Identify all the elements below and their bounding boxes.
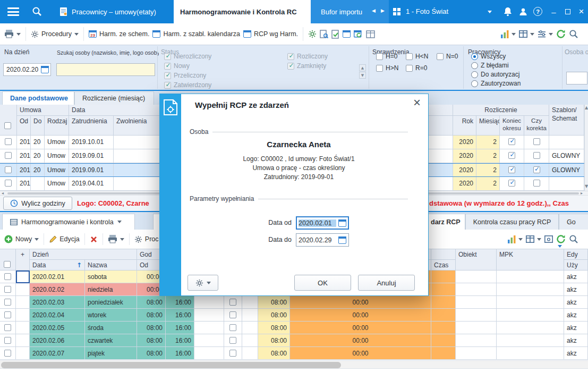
apps-grid-icon[interactable] <box>393 8 400 15</box>
wylicz-godziny-button[interactable]: Wylicz godziny <box>3 197 72 210</box>
tab-harmonogramowanie[interactable]: Harmonogramowanie i Kontrola RC <box>174 0 311 23</box>
calendar-row-workday[interactable]: 2020.02.05 środa 08:00 16:00 08:00 00:00… <box>0 322 588 334</box>
checkbox[interactable] <box>229 337 236 344</box>
layout-button[interactable] <box>526 235 541 243</box>
scrollbar-thumb[interactable] <box>1 362 341 368</box>
koniec-okresu-cell[interactable] <box>500 149 524 163</box>
vertical-scrollbar[interactable]: ▲▼ <box>584 105 588 191</box>
chart-view-button[interactable] <box>501 30 516 38</box>
bottom-scrollbar[interactable] <box>0 360 588 369</box>
row-checkbox[interactable] <box>5 138 12 145</box>
view-selector-tab[interactable]: Harmonogramowanie i kontrola <box>2 214 135 230</box>
dialog-options-button[interactable] <box>188 275 218 291</box>
row-checkbox[interactable] <box>4 273 11 280</box>
close-icon[interactable]: × <box>575 0 588 23</box>
checkbox[interactable] <box>376 65 383 72</box>
header-koniec-okresu[interactable]: Koniec okresu <box>500 116 524 136</box>
row-select-cell[interactable] <box>0 136 17 149</box>
checkbox[interactable] <box>287 53 294 60</box>
checkbox-checked[interactable] <box>508 180 515 187</box>
close-icon[interactable]: × <box>413 96 421 109</box>
nowy-button[interactable]: Nowy <box>4 235 39 243</box>
checkbox[interactable] <box>229 299 236 306</box>
row-select-cell[interactable] <box>0 283 16 296</box>
calendar-row-workday[interactable]: 2020.02.07 piątek 08:00 16:00 08:00 00:0… <box>0 347 588 360</box>
radio[interactable] <box>471 53 478 60</box>
select-all-cell[interactable] <box>0 105 17 136</box>
document-search-button[interactable] <box>320 30 328 39</box>
ok-button[interactable]: OK <box>294 275 351 291</box>
na-dzien-input[interactable]: 2020.02.20 <box>3 63 51 76</box>
header-edytowal[interactable]: Edy <box>564 249 588 260</box>
focused-cell[interactable] <box>16 270 30 283</box>
calendar-icon[interactable] <box>338 236 346 244</box>
row-checkbox[interactable] <box>4 350 11 357</box>
checkbox[interactable] <box>376 53 383 60</box>
checkbox[interactable] <box>229 324 236 331</box>
checkbox-checked[interactable] <box>533 166 540 173</box>
row-select-cell[interactable] <box>0 177 17 191</box>
header-data-sorted[interactable]: Data↑ <box>30 260 85 270</box>
checkbox-checked[interactable] <box>508 152 515 159</box>
row-select-cell[interactable] <box>0 334 16 347</box>
search-button[interactable] <box>569 29 578 39</box>
row-checkbox[interactable] <box>4 299 11 306</box>
harm-z-szabl-button[interactable]: Harm. z szabl. kalendarza <box>152 30 240 38</box>
filter-settings-button[interactable] <box>538 30 553 38</box>
checkbox[interactable] <box>164 72 171 79</box>
row-checkbox[interactable] <box>4 311 11 318</box>
status-zatwierdzony[interactable]: Zatwierdzony <box>164 81 211 89</box>
row-select-cell[interactable] <box>0 322 16 334</box>
row-checkbox[interactable] <box>4 337 11 344</box>
header-do[interactable]: Do <box>31 116 45 136</box>
tab-bufor-importu[interactable]: Bufor importu <box>314 0 372 23</box>
window-settings-button[interactable] <box>544 235 553 243</box>
maximize-icon[interactable] <box>561 0 574 23</box>
chart-view-button[interactable] <box>508 235 523 243</box>
checkbox-cell[interactable] <box>224 322 242 334</box>
osoba-obslugujaca-input[interactable] <box>566 72 587 84</box>
tab-pracownicy-umowy[interactable]: Pracownicy – umowy(etaty) <box>53 0 174 23</box>
tab-rozliczenie-miesiac[interactable]: Rozliczenie (miesiąc) <box>74 91 154 105</box>
harm-ze-schem-button[interactable]: Harm. ze schem. <box>89 30 149 38</box>
minimize-icon[interactable]: – <box>547 0 560 23</box>
header-uzytkownik[interactable]: Uży <box>564 260 588 270</box>
row-select-cell[interactable] <box>0 347 16 360</box>
data-od-input[interactable]: 2020.02.01 <box>296 216 349 230</box>
radio-zautoryzowane[interactable]: Zautoryzowan <box>471 80 521 87</box>
checkbox-cell[interactable] <box>224 309 242 322</box>
next-arrow-icon[interactable]: ▶ <box>381 8 385 13</box>
column-menu-chevron-icon[interactable] <box>558 245 562 248</box>
header-od[interactable]: Od <box>17 116 31 136</box>
calendar-row-workday[interactable]: 2020.02.04 wtorek 08:00 16:00 08:00 00:0… <box>0 309 588 322</box>
row-select-cell[interactable] <box>0 149 17 163</box>
header-expand[interactable]: + <box>16 249 30 270</box>
search-button[interactable] <box>569 234 578 244</box>
check-n0[interactable]: N=0 <box>437 53 458 60</box>
scroll-down-icon[interactable]: ▼ <box>359 72 366 79</box>
header-rodzaj[interactable]: Rodzaj <box>45 116 69 136</box>
header-obiekt[interactable]: Obiekt <box>456 249 497 270</box>
calendar-row-workday[interactable]: 2020.02.03 poniedziałek 08:00 16:00 08:0… <box>0 296 588 309</box>
header-rozliczenie[interactable]: Rozliczenie <box>453 105 549 116</box>
row-select-cell[interactable] <box>0 309 16 322</box>
refresh-button[interactable] <box>556 234 566 244</box>
user-icon[interactable] <box>519 7 527 16</box>
select-all-checkbox[interactable] <box>4 261 11 268</box>
edycja-button[interactable]: Edycja <box>49 235 80 243</box>
checkbox-checked[interactable] <box>508 138 515 145</box>
status-rozliczony[interactable]: Rozliczony <box>287 53 328 60</box>
refresh-button[interactable] <box>556 29 566 39</box>
radio-z-bledami[interactable]: Z błędami <box>471 62 509 69</box>
check-hln[interactable]: H<N <box>406 53 428 60</box>
row-checkbox[interactable] <box>5 166 12 173</box>
header-nazwa[interactable]: Nazwa <box>85 260 137 270</box>
select-all-cell[interactable] <box>0 249 16 270</box>
szukaj-input[interactable] <box>56 63 155 76</box>
checkbox-cell[interactable] <box>224 334 242 347</box>
header-mpk[interactable]: MPK <box>497 249 564 270</box>
czy-korekta-cell[interactable] <box>524 136 549 149</box>
row-select-cell[interactable] <box>0 296 16 309</box>
checkbox[interactable] <box>533 152 540 159</box>
checkbox[interactable] <box>287 63 294 70</box>
